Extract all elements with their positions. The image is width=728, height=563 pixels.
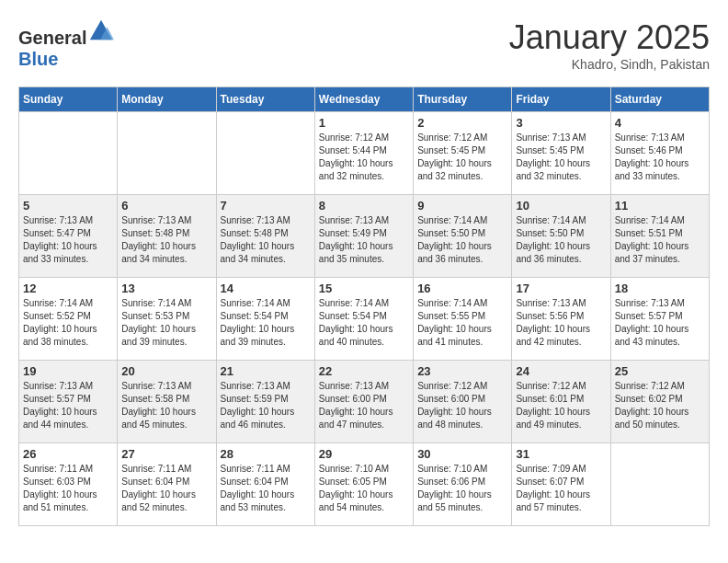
day-info: Sunrise: 7:14 AMSunset: 5:53 PMDaylight:… bbox=[121, 297, 211, 349]
day-info: Sunrise: 7:13 AMSunset: 5:56 PMDaylight:… bbox=[516, 297, 606, 349]
calendar-table: SundayMondayTuesdayWednesdayThursdayFrid… bbox=[18, 86, 710, 526]
calendar-cell: 3Sunrise: 7:13 AMSunset: 5:45 PMDaylight… bbox=[512, 112, 610, 195]
day-info: Sunrise: 7:14 AMSunset: 5:50 PMDaylight:… bbox=[417, 214, 507, 266]
day-info: Sunrise: 7:13 AMSunset: 5:59 PMDaylight:… bbox=[221, 380, 311, 431]
calendar-cell: 8Sunrise: 7:13 AMSunset: 5:49 PMDaylight… bbox=[314, 195, 413, 278]
day-number: 29 bbox=[319, 447, 409, 461]
day-number: 6 bbox=[121, 199, 211, 213]
calendar-cell: 30Sunrise: 7:10 AMSunset: 6:06 PMDayligh… bbox=[414, 443, 512, 526]
header-tuesday: Tuesday bbox=[216, 87, 314, 112]
day-number: 11 bbox=[615, 199, 705, 213]
day-info: Sunrise: 7:10 AMSunset: 6:05 PMDaylight:… bbox=[319, 463, 409, 514]
logo-blue: Blue bbox=[18, 49, 58, 69]
day-number: 23 bbox=[417, 364, 507, 378]
logo-text: General Blue bbox=[18, 18, 114, 70]
day-number: 2 bbox=[417, 116, 507, 130]
calendar-week-2: 5Sunrise: 7:13 AMSunset: 5:47 PMDaylight… bbox=[19, 195, 710, 278]
calendar-cell: 20Sunrise: 7:13 AMSunset: 5:58 PMDayligh… bbox=[118, 361, 216, 443]
calendar-week-5: 26Sunrise: 7:11 AMSunset: 6:03 PMDayligh… bbox=[19, 443, 710, 526]
calendar-cell: 1Sunrise: 7:12 AMSunset: 5:44 PMDaylight… bbox=[314, 112, 413, 195]
day-number: 9 bbox=[417, 199, 507, 213]
calendar-cell: 24Sunrise: 7:12 AMSunset: 6:01 PMDayligh… bbox=[512, 361, 610, 443]
day-info: Sunrise: 7:13 AMSunset: 5:47 PMDaylight:… bbox=[23, 214, 113, 266]
calendar-cell: 17Sunrise: 7:13 AMSunset: 5:56 PMDayligh… bbox=[512, 278, 610, 361]
logo-general: General bbox=[18, 28, 86, 48]
day-number: 24 bbox=[516, 364, 606, 378]
day-number: 22 bbox=[319, 364, 409, 378]
calendar-cell: 13Sunrise: 7:14 AMSunset: 5:53 PMDayligh… bbox=[118, 278, 216, 361]
header-friday: Friday bbox=[512, 87, 610, 112]
calendar-cell: 21Sunrise: 7:13 AMSunset: 5:59 PMDayligh… bbox=[216, 361, 314, 443]
day-number: 17 bbox=[516, 282, 606, 295]
calendar-cell: 22Sunrise: 7:13 AMSunset: 6:00 PMDayligh… bbox=[314, 361, 413, 443]
day-info: Sunrise: 7:14 AMSunset: 5:54 PMDaylight:… bbox=[221, 297, 311, 349]
day-info: Sunrise: 7:13 AMSunset: 5:58 PMDaylight:… bbox=[121, 380, 211, 431]
day-info: Sunrise: 7:12 AMSunset: 5:45 PMDaylight:… bbox=[417, 132, 507, 183]
calendar-cell bbox=[216, 112, 314, 195]
day-info: Sunrise: 7:14 AMSunset: 5:55 PMDaylight:… bbox=[417, 297, 507, 349]
calendar-cell: 29Sunrise: 7:10 AMSunset: 6:05 PMDayligh… bbox=[314, 443, 413, 526]
header-monday: Monday bbox=[118, 87, 216, 112]
calendar-cell: 2Sunrise: 7:12 AMSunset: 5:45 PMDaylight… bbox=[414, 112, 512, 195]
calendar-cell: 5Sunrise: 7:13 AMSunset: 5:47 PMDaylight… bbox=[19, 195, 118, 278]
header-sunday: Sunday bbox=[19, 87, 118, 112]
day-info: Sunrise: 7:12 AMSunset: 6:01 PMDaylight:… bbox=[516, 380, 606, 431]
calendar-week-4: 19Sunrise: 7:13 AMSunset: 5:57 PMDayligh… bbox=[19, 361, 710, 443]
day-info: Sunrise: 7:11 AMSunset: 6:04 PMDaylight:… bbox=[121, 463, 211, 514]
day-number: 18 bbox=[615, 282, 705, 295]
day-number: 15 bbox=[319, 282, 409, 295]
day-info: Sunrise: 7:13 AMSunset: 5:48 PMDaylight:… bbox=[121, 214, 211, 266]
calendar-header-row: SundayMondayTuesdayWednesdayThursdayFrid… bbox=[19, 87, 710, 112]
calendar-cell: 27Sunrise: 7:11 AMSunset: 6:04 PMDayligh… bbox=[118, 443, 216, 526]
calendar-cell: 14Sunrise: 7:14 AMSunset: 5:54 PMDayligh… bbox=[216, 278, 314, 361]
month-title: January 2025 bbox=[509, 18, 710, 57]
day-number: 20 bbox=[121, 364, 211, 378]
day-info: Sunrise: 7:11 AMSunset: 6:03 PMDaylight:… bbox=[23, 463, 113, 514]
day-number: 4 bbox=[615, 116, 705, 130]
day-number: 28 bbox=[221, 447, 311, 461]
calendar-cell: 18Sunrise: 7:13 AMSunset: 5:57 PMDayligh… bbox=[610, 278, 709, 361]
logo: General Blue bbox=[18, 18, 114, 70]
title-block: January 2025 Khadro, Sindh, Pakistan bbox=[509, 18, 710, 72]
day-info: Sunrise: 7:13 AMSunset: 5:49 PMDaylight:… bbox=[319, 214, 409, 266]
day-info: Sunrise: 7:13 AMSunset: 6:00 PMDaylight:… bbox=[319, 380, 409, 431]
calendar-cell: 4Sunrise: 7:13 AMSunset: 5:46 PMDaylight… bbox=[610, 112, 709, 195]
day-number: 19 bbox=[23, 364, 113, 378]
calendar-cell bbox=[19, 112, 118, 195]
calendar-cell: 10Sunrise: 7:14 AMSunset: 5:50 PMDayligh… bbox=[512, 195, 610, 278]
day-number: 5 bbox=[23, 199, 113, 213]
calendar-cell bbox=[610, 443, 709, 526]
calendar-cell: 15Sunrise: 7:14 AMSunset: 5:54 PMDayligh… bbox=[314, 278, 413, 361]
calendar-cell: 28Sunrise: 7:11 AMSunset: 6:04 PMDayligh… bbox=[216, 443, 314, 526]
day-info: Sunrise: 7:14 AMSunset: 5:54 PMDaylight:… bbox=[319, 297, 409, 349]
day-info: Sunrise: 7:14 AMSunset: 5:52 PMDaylight:… bbox=[23, 297, 113, 349]
calendar-cell: 31Sunrise: 7:09 AMSunset: 6:07 PMDayligh… bbox=[512, 443, 610, 526]
day-info: Sunrise: 7:14 AMSunset: 5:50 PMDaylight:… bbox=[516, 214, 606, 266]
day-info: Sunrise: 7:14 AMSunset: 5:51 PMDaylight:… bbox=[615, 214, 705, 266]
day-number: 7 bbox=[221, 199, 311, 213]
day-number: 27 bbox=[121, 447, 211, 461]
day-number: 1 bbox=[319, 116, 409, 130]
day-number: 16 bbox=[417, 282, 507, 295]
day-info: Sunrise: 7:09 AMSunset: 6:07 PMDaylight:… bbox=[516, 463, 606, 514]
header-wednesday: Wednesday bbox=[314, 87, 413, 112]
location: Khadro, Sindh, Pakistan bbox=[509, 57, 710, 72]
calendar-cell: 23Sunrise: 7:12 AMSunset: 6:00 PMDayligh… bbox=[414, 361, 512, 443]
logo-icon bbox=[88, 18, 114, 44]
calendar-week-1: 1Sunrise: 7:12 AMSunset: 5:44 PMDaylight… bbox=[19, 112, 710, 195]
calendar-cell: 7Sunrise: 7:13 AMSunset: 5:48 PMDaylight… bbox=[216, 195, 314, 278]
day-info: Sunrise: 7:12 AMSunset: 6:02 PMDaylight:… bbox=[615, 380, 705, 431]
calendar-cell bbox=[118, 112, 216, 195]
day-number: 25 bbox=[615, 364, 705, 378]
day-number: 10 bbox=[516, 199, 606, 213]
day-info: Sunrise: 7:11 AMSunset: 6:04 PMDaylight:… bbox=[221, 463, 311, 514]
calendar-cell: 12Sunrise: 7:14 AMSunset: 5:52 PMDayligh… bbox=[19, 278, 118, 361]
day-number: 12 bbox=[23, 282, 113, 295]
day-number: 8 bbox=[319, 199, 409, 213]
calendar-cell: 26Sunrise: 7:11 AMSunset: 6:03 PMDayligh… bbox=[19, 443, 118, 526]
day-info: Sunrise: 7:12 AMSunset: 5:44 PMDaylight:… bbox=[319, 132, 409, 183]
day-info: Sunrise: 7:10 AMSunset: 6:06 PMDaylight:… bbox=[417, 463, 507, 514]
header-saturday: Saturday bbox=[610, 87, 709, 112]
calendar-cell: 25Sunrise: 7:12 AMSunset: 6:02 PMDayligh… bbox=[610, 361, 709, 443]
calendar-cell: 19Sunrise: 7:13 AMSunset: 5:57 PMDayligh… bbox=[19, 361, 118, 443]
